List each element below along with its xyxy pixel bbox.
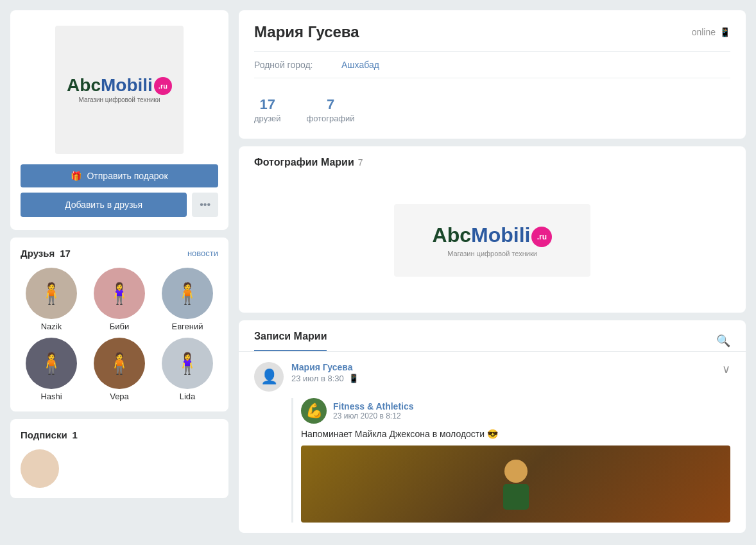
friends-number: 17 [254, 96, 280, 113]
friend-avatar: 🧍‍♀️ [94, 268, 145, 319]
send-gift-button[interactable]: 🎁 Отправить подарок [21, 164, 218, 187]
repost-image [301, 446, 730, 523]
friend-name: Nazik [41, 322, 62, 331]
gift-icon: 🎁 [71, 171, 82, 181]
friend-name: Hashi [40, 392, 62, 401]
more-actions-button[interactable]: ••• [192, 193, 218, 217]
logo-subtitle: Магазин цифровой техники [67, 96, 172, 103]
friends-title: Друзья [21, 248, 55, 259]
subscription-avatar[interactable] [21, 449, 59, 488]
friend-name: Vepa [110, 392, 129, 401]
post-author-avatar: 👤 [254, 362, 284, 392]
friend-item[interactable]: 🧍 Евгений [157, 268, 218, 331]
photos-label: фотографий [306, 114, 354, 123]
post-expand-button[interactable]: ∨ [722, 362, 730, 376]
friend-item[interactable]: 🧍‍♀️ Lida [157, 338, 218, 401]
post-item: 👤 Мария Гусева 23 июл в 8:30 📱 ∨ [239, 351, 746, 533]
post-author-name[interactable]: Мария Гусева [291, 362, 352, 372]
friends-card: Друзья 17 новости 🧍 Nazik 🧍‍♀️ Биби 🧍 Ев… [10, 238, 228, 411]
friend-item[interactable]: 🧍 Nazik [21, 268, 82, 331]
repost-meta: Fitness & Athletics 23 июл 2020 в 8:12 [333, 401, 414, 420]
friends-header: Друзья 17 новости [21, 248, 218, 259]
svg-point-0 [504, 460, 528, 483]
friends-count: 17 [60, 248, 71, 259]
repost-author-avatar: 💪 [301, 398, 327, 424]
subscriptions-card: Подписки 1 [10, 419, 228, 498]
photos-count: 7 [358, 157, 363, 168]
profile-photo: AbcMobili.ru Магазин цифровой техники [55, 26, 184, 154]
profile-name: Мария Гусева [254, 23, 359, 41]
subscriptions-header: Подписки 1 [21, 429, 218, 440]
photos-stat[interactable]: 7 фотографий [306, 96, 354, 123]
photo-display-area: AbcMobili.ru Магазин цифровой техники [254, 178, 730, 302]
friend-item[interactable]: 🧍 Hashi [21, 338, 82, 401]
friends-news-link[interactable]: новости [187, 248, 218, 258]
friend-item[interactable]: 🧍 Vepa [89, 338, 150, 401]
photos-number: 7 [306, 96, 354, 113]
friend-avatar: 🧍 [26, 268, 77, 319]
post-time: 23 июл в 8:30 📱 [291, 374, 714, 383]
friends-label: друзей [254, 114, 280, 123]
friend-name: Биби [110, 322, 130, 331]
post-meta: Мария Гусева 23 июл в 8:30 📱 [291, 362, 714, 383]
repost-text: Напоминает Майкла Джексона в молодости 😎 [301, 429, 730, 439]
repost-author-name[interactable]: Fitness & Athletics [333, 401, 414, 411]
friend-avatar: 🧍 [162, 268, 213, 319]
friend-name: Евгений [172, 322, 203, 331]
main-content: Мария Гусева online 📱 Родной город: Ашха… [239, 10, 746, 533]
repost-block: 💪 Fitness & Athletics 23 июл 2020 в 8:12… [291, 398, 730, 523]
status-text: online [692, 27, 716, 37]
subscriptions-count: 1 [73, 429, 78, 440]
friend-name: Lida [180, 392, 196, 401]
posts-title: Записи Марии [254, 331, 327, 351]
friend-avatar: 🧍 [26, 338, 77, 389]
hometown-value[interactable]: Ашхабад [341, 60, 379, 70]
stats-row: 17 друзей 7 фотографий [254, 86, 730, 126]
svg-rect-1 [503, 484, 529, 510]
mobile-icon: 📱 [719, 27, 730, 37]
repost-time: 23 июл 2020 в 8:12 [333, 411, 414, 420]
subscriptions-title: Подписки [21, 429, 67, 440]
posts-search-button[interactable]: 🔍 [716, 334, 730, 348]
online-status: online 📱 [692, 27, 730, 37]
friends-grid: 🧍 Nazik 🧍‍♀️ Биби 🧍 Евгений 🧍 Hashi [21, 268, 218, 401]
friends-stat[interactable]: 17 друзей [254, 96, 280, 123]
friend-item[interactable]: 🧍‍♀️ Биби [89, 268, 150, 331]
sidebar: AbcMobili.ru Магазин цифровой техники 🎁 … [10, 10, 228, 533]
hometown-label: Родной город: [254, 60, 331, 70]
profile-photo-card: AbcMobili.ru Магазин цифровой техники 🎁 … [10, 10, 228, 230]
hometown-row: Родной город: Ашхабад [254, 60, 730, 70]
photos-title: Фотографии Марии [254, 157, 354, 168]
friend-avatar: 🧍‍♀️ [162, 338, 213, 389]
posts-card: Записи Марии 🔍 👤 Мария Гусева 23 июл в 8… [239, 320, 746, 533]
add-friend-button[interactable]: Добавить в друзья [21, 193, 187, 217]
profile-header-card: Мария Гусева online 📱 Родной город: Ашха… [239, 10, 746, 139]
post-mobile-icon: 📱 [348, 374, 359, 383]
more-icon: ••• [200, 199, 210, 211]
friend-avatar: 🧍 [94, 338, 145, 389]
photos-card: Фотографии Марии 7 AbcMobili.ru Магазин … [239, 146, 746, 313]
